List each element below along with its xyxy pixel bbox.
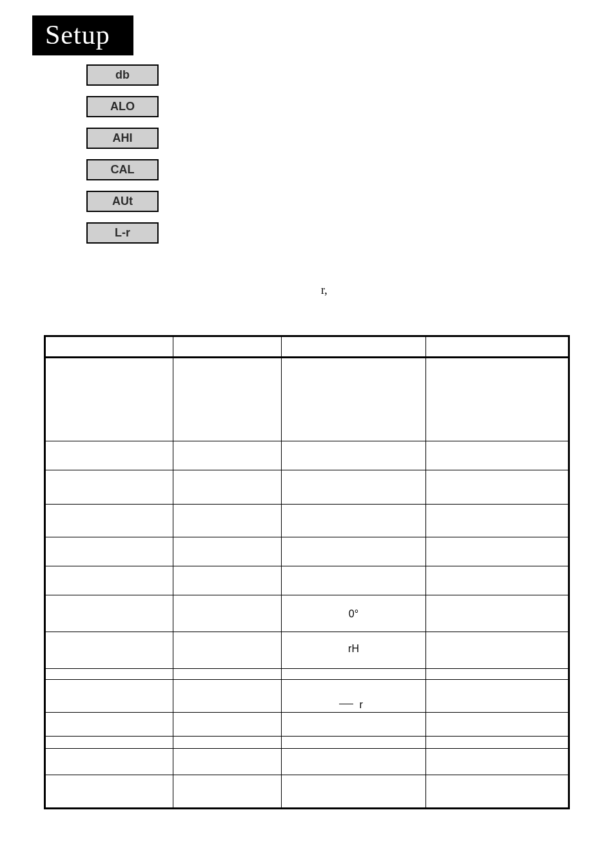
table-cell (426, 441, 569, 470)
table-cell (282, 566, 426, 595)
table-cell: rH (282, 632, 426, 669)
table-cell (46, 749, 173, 775)
table-header-col4 (426, 337, 569, 358)
table-cell (282, 775, 426, 808)
table-cell (173, 566, 282, 595)
table-cell (282, 669, 426, 680)
menu-button-list: db ALO AHI CAL AUt L-r (86, 64, 576, 244)
table-cell (282, 505, 426, 537)
table-cell (46, 669, 173, 680)
table-row (46, 441, 569, 470)
table-cell (173, 537, 282, 566)
table-row (46, 358, 569, 441)
table-cell (426, 749, 569, 775)
table-row: r (46, 680, 569, 713)
table-cell (173, 595, 282, 632)
table-cell (173, 358, 282, 441)
table-cell (426, 537, 569, 566)
table-cell (282, 358, 426, 441)
table-cell (426, 358, 569, 441)
table-cell (282, 737, 426, 749)
menu-button-aut-label: AUt (112, 195, 133, 207)
table-row (46, 669, 569, 680)
table-cell (46, 537, 173, 566)
menu-button-db-label: db (115, 68, 130, 81)
table-cell (282, 749, 426, 775)
table-cell (46, 632, 173, 669)
cell-text-r: r (359, 699, 362, 711)
table-cell (46, 713, 173, 737)
table-cell (46, 441, 173, 470)
table-row: rH (46, 632, 569, 669)
table-cell (173, 737, 282, 749)
table-row: 0° (46, 595, 569, 632)
table-cell: r (282, 680, 426, 713)
table-row (46, 470, 569, 505)
stray-text-r1: r, (321, 284, 327, 297)
table-cell (173, 632, 282, 669)
menu-button-aut[interactable]: AUt (86, 191, 159, 212)
table-cell (173, 441, 282, 470)
table-cell (426, 505, 569, 537)
table-cell (173, 470, 282, 505)
table-row (46, 737, 569, 749)
table-header-col2 (173, 337, 282, 358)
setup-title-text: Setup (45, 20, 110, 50)
table-cell (46, 470, 173, 505)
table-cell (426, 632, 569, 669)
menu-button-cal-label: CAL (111, 163, 135, 176)
table-cell (426, 680, 569, 713)
parameter-table: 0° rH (44, 335, 570, 809)
table-cell (46, 775, 173, 808)
table-cell (426, 669, 569, 680)
table-header-col1 (46, 337, 173, 358)
table-cell (282, 537, 426, 566)
cell-text-rh: rH (282, 643, 425, 657)
table-row (46, 505, 569, 537)
menu-button-alo[interactable]: ALO (86, 96, 159, 117)
menu-button-lr[interactable]: L-r (86, 222, 159, 244)
table-row (46, 713, 569, 737)
menu-button-ahi[interactable]: AHI (86, 128, 159, 149)
table-cell (282, 470, 426, 505)
table-cell (46, 595, 173, 632)
table-cell (426, 470, 569, 505)
table-cell (46, 680, 173, 713)
table-row (46, 775, 569, 808)
table-cell (173, 669, 282, 680)
table-cell (173, 749, 282, 775)
table-cell (282, 441, 426, 470)
table-cell (426, 595, 569, 632)
table-row (46, 566, 569, 595)
table-header-row (46, 337, 569, 358)
menu-button-lr-label: L-r (115, 226, 130, 239)
table-cell (282, 713, 426, 737)
menu-button-db[interactable]: db (86, 64, 159, 86)
table-cell (46, 737, 173, 749)
menu-button-cal[interactable]: CAL (86, 159, 159, 180)
table-cell (46, 358, 173, 441)
table-row (46, 537, 569, 566)
table-cell (426, 713, 569, 737)
setup-title-block: Setup (32, 15, 133, 55)
cell-underline (339, 704, 353, 704)
menu-button-ahi-label: AHI (113, 131, 133, 144)
table-cell (46, 566, 173, 595)
table-cell (426, 737, 569, 749)
table-cell (173, 680, 282, 713)
table-cell (173, 505, 282, 537)
table-header-col3 (282, 337, 426, 358)
table-cell (426, 566, 569, 595)
menu-button-alo-label: ALO (110, 100, 135, 113)
table-cell (46, 505, 173, 537)
table-cell (173, 775, 282, 808)
table-cell (173, 713, 282, 737)
table-cell (426, 775, 569, 808)
cell-text-q0: 0° (282, 607, 425, 620)
table-cell: 0° (282, 595, 426, 632)
table-row (46, 749, 569, 775)
